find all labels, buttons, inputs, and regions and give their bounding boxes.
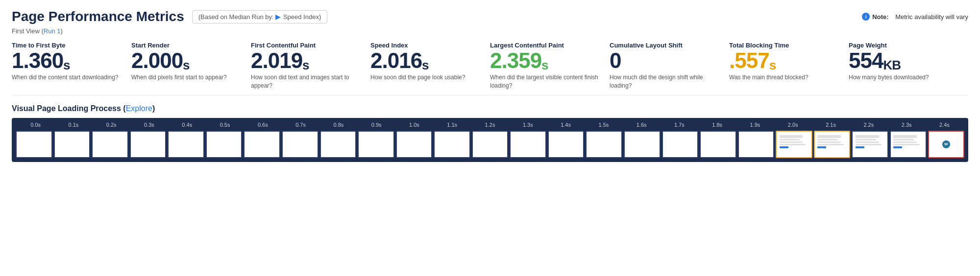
first-view-label: First View ( [12,27,44,35]
filmstrip-frame[interactable] [92,131,128,158]
metric-desc-ttfb: When did the content start downloading? [12,73,123,82]
filmstrip-frame[interactable] [472,131,509,158]
filmstrip-frame[interactable] [16,131,52,158]
filmstrip-time-label: 2.4s [926,122,963,128]
metric-lcp: Largest Contentful Paint2.359sWhen did t… [490,42,610,90]
filmstrip-time-label: 0.3s [130,122,168,128]
filmstrip-frame[interactable] [282,131,318,158]
note-label: Note: [872,13,888,21]
filmstrip-time-label: 1.4s [547,122,585,128]
metric-cls: Cumulative Layout Shift0How much did the… [610,42,729,90]
metric-value-speed-index: 2.016s [370,50,482,71]
metric-fcp: First Contentful Paint2.019sHow soon did… [251,42,370,90]
filmstrip-time-label: 1.5s [585,122,622,128]
filmstrip-time-label: 0.9s [358,122,395,128]
filmstrip-time-label: 0.4s [168,122,206,128]
metric-desc-speed-index: How soon did the page look usable? [370,73,482,82]
metric-value-lcp: 2.359s [490,50,602,71]
filmstrip-frame[interactable] [130,131,167,158]
filmstrip-frame[interactable] [776,131,812,158]
run1-link[interactable]: Run 1 [44,27,61,35]
filmstrip-frame[interactable] [662,131,699,158]
metric-label-page-weight: Page Weight [849,42,960,49]
filmstrip-frame[interactable] [434,131,470,158]
filmstrip-frame[interactable]: W [928,131,965,158]
filmstrip-time-label: 0.8s [319,122,357,128]
filmstrip-time-label: 1.9s [736,122,774,128]
filmstrip-time-label: 1.7s [661,122,698,128]
filmstrip-time-label: 1.3s [509,122,547,128]
metric-value-cls: 0 [610,50,721,71]
filmstrip-time-label: 2.2s [850,122,887,128]
filmstrip-time-label: 0.7s [282,122,319,128]
metric-label-fcp: First Contentful Paint [251,42,363,49]
filmstrip-time-label: 1.1s [433,122,471,128]
metric-label-start-render: Start Render [131,42,243,49]
filmstrip-frame[interactable] [852,131,888,158]
filmstrip-frame[interactable] [814,131,851,158]
filmstrip-time-label: 1.6s [623,122,661,128]
metric-label-speed-index: Speed Index [370,42,482,49]
filmstrip-container: 0.0s0.1s0.2s0.3s0.4s0.5s0.6s0.7s0.8s0.9s… [12,118,968,162]
median-label: (Based on Median Run by: [198,13,274,21]
filmstrip-frame[interactable] [358,131,394,158]
note-container: i Note: Metric availability will vary [862,13,968,21]
filmstrip-frames: W [16,131,964,158]
metric-label-lcp: Largest Contentful Paint [490,42,602,49]
metric-value-page-weight: 554KB [849,50,960,71]
metric-value-fcp: 2.019s [251,50,363,71]
metric-desc-page-weight: How many bytes downloaded? [849,73,960,82]
filmstrip-time-label: 0.6s [244,122,282,128]
metric-label-ttfb: Time to First Byte [12,42,123,49]
filmstrip-frame[interactable] [244,131,280,158]
filmstrip-time-label: 0.5s [206,122,244,128]
filmstrip-time-label: 2.3s [887,122,925,128]
filmstrip-frame[interactable] [206,131,243,158]
filmstrip-frame[interactable] [54,131,91,158]
first-view-suffix: ) [60,27,62,35]
filmstrip-frame[interactable] [738,131,775,158]
metric-desc-start-render: When did pixels first start to appear? [131,73,243,82]
metric-desc-cls: How much did the design shift while load… [610,73,721,90]
metric-desc-tbt: Was the main thread blocked? [729,73,841,82]
metric-desc-fcp: How soon did text and images start to ap… [251,73,363,90]
visual-section-header: Visual Page Loading Process (Explore) [12,104,968,113]
filmstrip-frame[interactable] [700,131,736,158]
filmstrip-time-label: 0.2s [93,122,130,128]
visual-label: Visual Page Loading Process [12,104,121,113]
metrics-row: Time to First Byte1.360sWhen did the con… [12,42,968,95]
filmstrip-frame[interactable] [548,131,585,158]
info-icon: i [862,13,870,21]
filmstrip-time-label: 0.0s [17,122,54,128]
median-badge: (Based on Median Run by: ▶ Speed Index) [192,10,328,23]
filmstrip-frame[interactable] [320,131,357,158]
metric-page-weight: Page Weight554KBHow many bytes downloade… [849,42,968,90]
filmstrip-time-label: 1.2s [471,122,509,128]
play-icon: ▶ [275,13,280,21]
note-content: Metric availability will vary [895,13,968,21]
filmstrip-timeline: 0.0s0.1s0.2s0.3s0.4s0.5s0.6s0.7s0.8s0.9s… [16,122,964,128]
page-title: Page Performance Metrics [12,9,184,24]
filmstrip-time-label: 1.0s [395,122,433,128]
metric-value-tbt: .557s [729,50,841,71]
filmstrip-frame[interactable] [510,131,546,158]
metric-label-tbt: Total Blocking Time [729,42,841,49]
filmstrip-time-label: 0.1s [54,122,92,128]
filmstrip-frame[interactable] [586,131,622,158]
first-view-row: First View (Run 1) [12,27,968,35]
metric-value-ttfb: 1.360s [12,50,123,71]
filmstrip-frame[interactable] [168,131,204,158]
filmstrip-time-label: 2.0s [774,122,812,128]
explore-link[interactable]: Explore [126,104,152,113]
metric-desc-lcp: When did the largest visible content fin… [490,73,602,90]
metric-value-start-render: 2.000s [131,50,243,71]
filmstrip-frame[interactable] [624,131,661,158]
filmstrip-time-label: 1.8s [698,122,736,128]
metric-speed-index: Speed Index2.016sHow soon did the page l… [370,42,490,90]
filmstrip-time-label: 2.1s [812,122,850,128]
median-metric: Speed Index) [283,13,321,21]
filmstrip-frame[interactable] [396,131,433,158]
metric-tbt: Total Blocking Time.557sWas the main thr… [729,42,849,90]
filmstrip-frame[interactable] [890,131,927,158]
metric-ttfb: Time to First Byte1.360sWhen did the con… [12,42,131,90]
